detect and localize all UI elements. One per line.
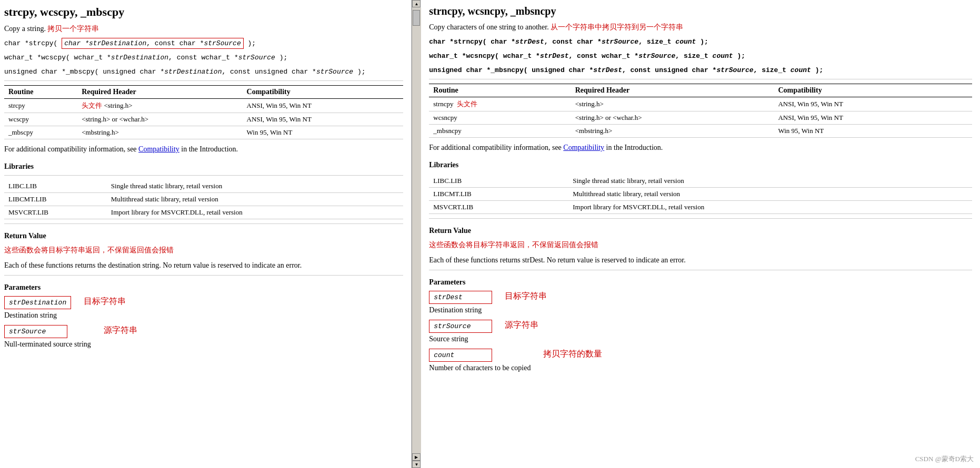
table-row: _mbscpy <mbstring.h> Win 95, Win NT — [4, 126, 403, 139]
left-row1-routine: strcpy — [4, 99, 77, 113]
left-param-1-box: strDestination Destination string — [4, 296, 71, 320]
right-return-en: Each of these functions returns strDest.… — [429, 255, 972, 266]
left-param-2: strSource Null-terminated source string … — [4, 325, 403, 349]
right-lib2-name: LIBCMT.LIB — [429, 188, 568, 201]
left-signature-3: unsigned char *_mbscpy( unsigned char *s… — [4, 67, 403, 78]
table-row: wcscpy <string.h> or <wchar.h> ANSI, Win… — [4, 113, 403, 126]
left-lib2-name: LIBCMT.LIB — [4, 193, 107, 206]
left-compat-note: For additional compatibility information… — [4, 144, 403, 155]
right-param-2: strSource Source string 源字符串 — [429, 320, 972, 343]
table-row: _mbsncpy <mbstring.h> Win 95, Win NT — [429, 125, 972, 138]
right-lib3-name: MSVCRT.LIB — [429, 201, 568, 214]
scroll-track[interactable] — [412, 7, 421, 453]
right-param-3-label: 拷贝字符的数量 — [543, 349, 602, 360]
right-row3-header: <mbstring.h> — [571, 125, 774, 138]
right-param-2-label: 源字符串 — [505, 320, 538, 331]
left-params-title: Parameters — [4, 282, 403, 293]
table-row: LIBC.LIB Single thread static library, r… — [4, 180, 403, 193]
middle-scrollbar[interactable]: ▲ ▶ ▼ — [412, 0, 421, 468]
left-lib1-name: LIBC.LIB — [4, 180, 107, 193]
left-libraries-table: LIBC.LIB Single thread static library, r… — [4, 180, 403, 219]
left-compat-link[interactable]: Compatibility — [138, 145, 179, 153]
right-param-1-label: 目标字符串 — [505, 291, 547, 302]
right-row2-routine: wcsncpy — [429, 111, 571, 125]
right-param-3-box: count Number of characters to be copied — [429, 349, 531, 372]
right-lib1-desc: Single thread static library, retail ver… — [568, 175, 972, 188]
right-param-1-desc: Destination string — [429, 306, 492, 314]
left-param-1: strDestination Destination string 目标字符串 — [4, 296, 403, 320]
table-row: strncpy 头文件 <string.h> ANSI, Win 95, Win… — [429, 97, 972, 111]
left-param-2-label: 源字符串 — [104, 325, 137, 336]
left-return-title: Return Value — [4, 230, 403, 241]
right-th-compat: Compatibility — [774, 84, 972, 97]
left-title: strcpy, wcscpy, _mbscpy — [4, 5, 403, 19]
right-compat-table: Routine Required Header Compatibility st… — [429, 84, 972, 138]
left-param-2-desc: Null-terminated source string — [4, 340, 91, 349]
table-row: LIBCMT.LIB Multithread static library, r… — [4, 193, 403, 206]
right-lib3-desc: Import library for MSVCRT.DLL, retail ve… — [568, 201, 972, 214]
right-param-3-name: count — [429, 349, 492, 362]
left-return-en: Each of these functions returns the dest… — [4, 260, 403, 271]
table-row: LIBCMT.LIB Multithread static library, r… — [429, 188, 972, 201]
right-signature-3: unsigned char *_mbsncpy( unsigned char *… — [429, 65, 972, 76]
right-param-2-box: strSource Source string — [429, 320, 492, 343]
left-subtitle-en: Copy a string. — [4, 25, 46, 33]
right-row2-compat: ANSI, Win 95, Win NT — [774, 111, 972, 125]
left-row1-compat: ANSI, Win 95, Win NT — [243, 99, 404, 113]
right-return-title: Return Value — [429, 225, 972, 236]
left-signature-2: wchar_t *wcscpy( wchar_t *strDestination… — [4, 53, 403, 64]
left-param-1-label: 目标字符串 — [84, 296, 126, 307]
left-libraries-title: Libraries — [4, 161, 403, 172]
table-row: wcsncpy <string.h> or <wchar.h> ANSI, Wi… — [429, 111, 972, 125]
right-subtitle-zh: 从一个字符串中拷贝字符到另一个字符串 — [551, 23, 683, 31]
left-subtitle-zh: 拷贝一个字符串 — [47, 25, 99, 33]
right-subtitle-en: Copy characters of one string to another… — [429, 23, 548, 31]
right-panel[interactable]: strncpy, wcsncpy, _mbsncpy Copy characte… — [421, 0, 980, 468]
right-subtitle: Copy characters of one string to another… — [429, 22, 972, 33]
left-th-routine: Routine — [4, 86, 77, 99]
right-title: strncpy, wcsncpy, _mbsncpy — [429, 5, 972, 17]
left-param-1-name: strDestination — [4, 296, 71, 309]
table-row: strcpy 头文件 <string.h> ANSI, Win 95, Win … — [4, 99, 403, 113]
left-th-header: Required Header — [77, 86, 242, 99]
right-param-1-name: strDest — [429, 291, 492, 304]
left-th-compat: Compatibility — [243, 86, 404, 99]
left-param-1-desc: Destination string — [4, 311, 71, 320]
left-row2-routine: wcscpy — [4, 113, 77, 126]
left-param-2-name: strSource — [4, 325, 67, 338]
table-row: MSVCRT.LIB Import library for MSVCRT.DLL… — [429, 201, 972, 214]
left-param-2-box: strSource Null-terminated source string — [4, 325, 91, 349]
table-row: MSVCRT.LIB Import library for MSVCRT.DLL… — [4, 206, 403, 219]
left-signature-1: char *strcpy( char *strDestination, cons… — [4, 38, 403, 49]
right-libraries-table: LIBC.LIB Single thread static library, r… — [429, 175, 972, 214]
left-lib2-desc: Multithread static library, retail versi… — [107, 193, 404, 206]
scroll-thumb[interactable] — [413, 10, 420, 26]
left-lib1-desc: Single thread static library, retail ver… — [107, 180, 404, 193]
left-row3-routine: _mbscpy — [4, 126, 77, 139]
right-compat-note: For additional compatibility information… — [429, 142, 972, 153]
left-boxed-signature: char *strDestination, const char *strSou… — [62, 38, 243, 49]
table-row: LIBC.LIB Single thread static library, r… — [429, 175, 972, 188]
left-panel[interactable]: strcpy, wcscpy, _mbscpy Copy a string. 拷… — [0, 0, 412, 468]
left-lib3-name: MSVCRT.LIB — [4, 206, 107, 219]
scroll-down-button[interactable]: ▼ — [412, 461, 421, 468]
right-compat-link[interactable]: Compatibility — [563, 144, 604, 151]
left-lib3-desc: Import library for MSVCRT.DLL, retail ve… — [107, 206, 404, 219]
left-return-zh: 这些函数会将目标字符串返回，不保留返回值会报错 — [4, 245, 403, 256]
left-subtitle: Copy a string. 拷贝一个字符串 — [4, 23, 403, 34]
right-param-3: count Number of characters to be copied … — [429, 349, 972, 372]
left-row1-header: 头文件 <string.h> — [77, 99, 242, 113]
right-th-routine: Routine — [429, 84, 571, 97]
right-th-header: Required Header — [571, 84, 774, 97]
scroll-up-button[interactable]: ▲ — [412, 0, 421, 7]
left-row2-compat: ANSI, Win 95, Win NT — [243, 113, 404, 126]
left-row3-compat: Win 95, Win NT — [243, 126, 404, 139]
right-param-3-desc: Number of characters to be copied — [429, 364, 531, 372]
right-row1-compat: ANSI, Win 95, Win NT — [774, 97, 972, 111]
left-compat-table: Routine Required Header Compatibility st… — [4, 85, 403, 139]
scroll-expand-button[interactable]: ▶ — [412, 453, 421, 461]
right-param-1-box: strDest Destination string — [429, 291, 492, 314]
right-return-zh: 这些函数会将目标字符串返回，不保留返回值会报错 — [429, 239, 972, 250]
right-row1-routine: strncpy 头文件 — [429, 97, 571, 111]
right-param-2-desc: Source string — [429, 335, 492, 343]
